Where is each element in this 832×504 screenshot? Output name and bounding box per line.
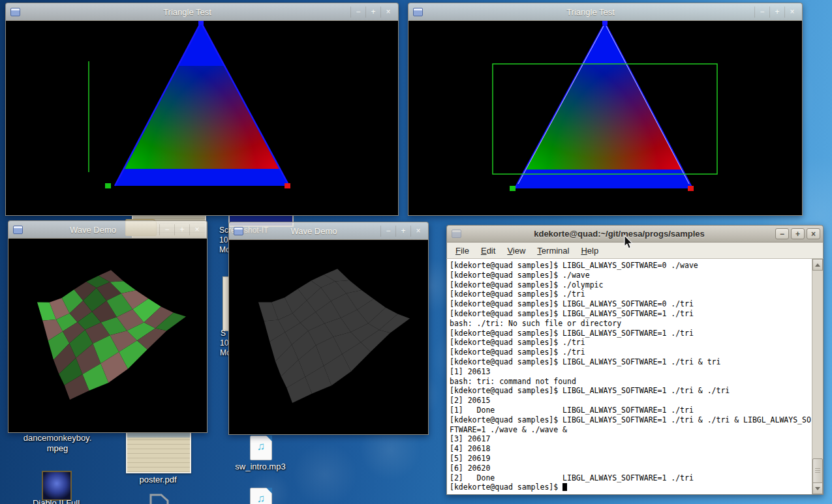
minimize-button[interactable]: − — [350, 7, 365, 18]
terminal-line: [kdekorte@quad samples]$ ./tri — [450, 289, 812, 299]
maximize-button[interactable]: + — [365, 7, 380, 18]
terminal-line: [3] 20617 — [450, 434, 812, 444]
terminal-line: [4] 20618 — [450, 444, 812, 454]
maximize-button[interactable]: + — [791, 228, 805, 239]
terminal-line: [kdekorte@quad samples]$ LIBGL_ALWAYS_SO… — [450, 299, 812, 309]
titlebar-buttons: − + × — [159, 224, 204, 235]
window-title: kdekorte@quad:~/git/mesa/progs/samples — [465, 229, 773, 239]
window-wave-demo-1: Wave Demo − + × — [8, 220, 208, 433]
terminal-line: [1] 20613 — [450, 367, 812, 377]
window-wave-demo-2: Wave Demo − + × — [228, 222, 429, 435]
terminal-line: [2] 20615 — [450, 396, 812, 406]
window-menu-icon[interactable] — [234, 227, 243, 235]
terminal-cursor — [562, 483, 567, 491]
wave-mesh-checkered — [8, 239, 207, 432]
terminal-line: [kdekorte@quad samples]$ ./tri — [450, 338, 812, 348]
titlebar-buttons: − + × — [380, 226, 425, 237]
terminal-line: FTWARE=1 ./wave & ./wave & — [450, 425, 812, 435]
terminal-line: [6] 20620 — [450, 464, 812, 473]
window-menu-icon[interactable] — [413, 8, 423, 16]
close-button[interactable]: × — [784, 7, 799, 18]
window-menu-icon[interactable] — [10, 8, 20, 16]
terminal-line: [kdekorte@quad samples]$ LIBGL_ALWAYS_SO… — [450, 415, 812, 425]
window-title: Triangle Test — [24, 7, 350, 17]
terminal-line: [1] Done LIBGL_ALWAYS_SOFTWARE=1 ./tri — [450, 406, 812, 415]
window-menu-icon[interactable] — [452, 230, 461, 238]
gl-canvas-triangle-1[interactable] — [5, 21, 399, 216]
triangle-overlay — [408, 21, 802, 215]
close-button[interactable]: × — [189, 224, 204, 235]
menu-view[interactable]: View — [501, 244, 531, 258]
window-title: Triangle Test — [427, 7, 754, 17]
terminal-output[interactable]: [kdekorte@quad samples]$ LIBGL_ALWAYS_SO… — [450, 261, 812, 494]
red-marker — [688, 186, 694, 191]
menu-help[interactable]: Help — [575, 244, 604, 258]
arrow-up-icon — [815, 263, 820, 267]
menu-terminal[interactable]: Terminal — [531, 244, 575, 258]
menu-file[interactable]: File — [450, 244, 475, 258]
window-triangle-test-2: Triangle Test − + × — [408, 3, 803, 216]
scroll-down-button[interactable] — [812, 482, 823, 494]
terminal-line: [kdekorte@quad samples]$ — [450, 482, 812, 492]
minimize-button[interactable]: − — [380, 226, 395, 237]
minimize-button[interactable]: − — [775, 228, 789, 239]
maximize-button[interactable]: + — [174, 224, 189, 235]
titlebar[interactable]: kdekorte@quad:~/git/mesa/progs/samples −… — [446, 225, 824, 243]
window-triangle-test-1: Triangle Test − + × — [5, 3, 399, 216]
arrow-down-icon — [815, 487, 820, 490]
terminal-line: [kdekorte@quad samples]$ LIBGL_ALWAYS_SO… — [450, 357, 812, 367]
titlebar[interactable]: Wave Demo − + × — [8, 220, 208, 239]
apex-marker — [198, 21, 204, 25]
titlebar-buttons: − + × — [773, 228, 820, 239]
maximize-button[interactable]: + — [769, 7, 784, 18]
titlebar-buttons: − + × — [350, 7, 395, 18]
window-title: Wave Demo — [247, 226, 380, 236]
green-rectangle — [493, 64, 717, 174]
window-terminal: kdekorte@quad:~/git/mesa/progs/samples −… — [446, 225, 824, 495]
terminal-line: [kdekorte@quad samples]$ LIBGL_ALWAYS_SO… — [450, 309, 812, 319]
terminal-line: [kdekorte@quad samples]$ LIBGL_ALWAYS_SO… — [450, 261, 812, 271]
apex-marker — [602, 21, 608, 25]
green-marker — [105, 183, 111, 188]
close-button[interactable]: × — [380, 7, 395, 18]
gl-canvas-triangle-2[interactable] — [408, 21, 803, 216]
wave-mesh-gray — [229, 240, 428, 434]
terminal-line: [2] Done LIBGL_ALWAYS_SOFTWARE=1 ./tri — [450, 473, 812, 483]
red-marker — [285, 183, 290, 188]
gl-canvas-wave-2[interactable] — [228, 240, 429, 435]
titlebar[interactable]: Wave Demo − + × — [228, 222, 429, 240]
menu-edit[interactable]: Edit — [475, 244, 501, 258]
terminal-menubar: File Edit View Terminal Help — [446, 243, 824, 259]
minimize-button[interactable]: − — [159, 224, 174, 235]
terminal-scrollbar[interactable] — [812, 259, 823, 494]
terminal-line: [kdekorte@quad samples]$ LIBGL_ALWAYS_SO… — [450, 329, 812, 338]
titlebar-buttons: − + × — [754, 7, 799, 18]
terminal-line: [kdekorte@quad samples]$ ./olympic — [450, 280, 812, 290]
window-menu-icon[interactable] — [13, 226, 23, 234]
terminal-line: bash: tri: command not found — [450, 377, 812, 387]
mouse-cursor — [624, 235, 634, 250]
titlebar[interactable]: Triangle Test − + × — [5, 3, 399, 21]
close-button[interactable]: × — [410, 226, 425, 237]
gl-canvas-wave-1[interactable] — [8, 239, 208, 433]
terminal-line: [kdekorte@quad samples]$ ./tri — [450, 348, 812, 357]
terminal-line: [kdekorte@quad samples]$ ./wave — [450, 271, 812, 280]
maximize-button[interactable]: + — [395, 226, 410, 237]
terminal-viewport[interactable]: [kdekorte@quad samples]$ LIBGL_ALWAYS_SO… — [446, 259, 824, 495]
minimize-button[interactable]: − — [754, 7, 769, 18]
scrollbar-thumb[interactable] — [812, 458, 823, 484]
terminal-line: [5] 20619 — [450, 454, 812, 464]
close-button[interactable]: × — [807, 228, 820, 239]
scroll-up-button[interactable] — [812, 259, 823, 271]
windows-layer: Triangle Test − + × — [0, 0, 832, 504]
terminal-line: [kdekorte@quad samples]$ LIBGL_ALWAYS_SO… — [450, 386, 812, 396]
terminal-line: bash: ./tri: No such file or directory — [450, 319, 812, 329]
triangle-overlay — [6, 21, 398, 215]
titlebar[interactable]: Triangle Test − + × — [408, 3, 803, 21]
green-marker — [510, 186, 516, 191]
window-title: Wave Demo — [27, 225, 159, 235]
